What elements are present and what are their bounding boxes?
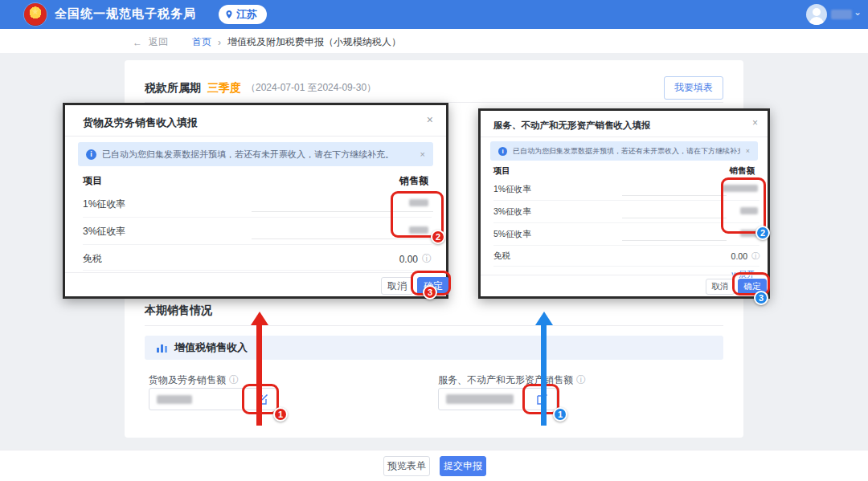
col-item: 项目 [493,165,510,177]
step-3-badge-red: 3 [423,285,437,300]
services-sales-field-label: 服务、不动产和无形资产销售额 ⓘ [438,373,586,387]
breadcrumb-current: 增值税及附加税费申报（小规模纳税人） [227,35,401,49]
tax-bureau-emblem-icon [24,3,47,26]
breadcrumb-separator: › [218,37,221,48]
alert-text: 已自动为您归集发票数据并预填，若还有未开票收入，请在下方继续补充。 [102,149,394,161]
footer-action-bar: 预览表单 提交申报 [0,450,868,481]
services-modal-title: 服务、不动产和无形资产销售收入填报 [493,120,651,132]
row-input-underline[interactable] [252,238,433,239]
services-free-value: 0.00 [731,251,747,261]
breadcrumb-bar: ← 返回 首页 › 增值税及附加税费申报（小规模纳税人） [0,29,868,53]
services-modal-alert: i 已自动为您归集发票数据并预填，若还有未开票收入，请在下方继续补充。 × [490,141,758,161]
goods-sales-field-label: 货物及劳务销售额 ⓘ [149,373,239,387]
location-selector[interactable]: 江苏 [219,5,267,24]
goods-modal-alert: i 已自动为您归集发票数据并预填，若还有未开票收入，请在下方继续补充。 × [78,142,433,166]
step-1-badge-red: 1 [273,407,288,422]
alert-close-icon[interactable]: × [746,147,750,155]
services-modal-close-icon[interactable]: × [752,117,758,128]
user-name-redacted [831,10,852,19]
tax-period-label: 税款所属期 [145,81,201,96]
current-sales-section-title: 本期销售情况 [145,304,212,318]
vat-income-banner-label: 增值税销售收入 [174,340,248,355]
tax-period-value: 三季度 [207,81,241,96]
services-row-3pct: 3%征收率 [493,201,760,223]
alert-text: 已自动为您归集发票数据并预填，若还有未开票收入，请在下方继续补充。 [513,146,740,157]
services-cancel-button[interactable]: 取消 [706,279,735,295]
goods-cancel-button[interactable]: 取消 [381,277,413,295]
preview-form-button[interactable]: 预览表单 [383,456,430,476]
goods-edit-button[interactable] [249,389,276,410]
services-info-icon[interactable]: ⓘ [576,373,586,387]
goods-modal-close-icon[interactable]: × [427,113,433,126]
vat-sales-income-banner: 增值税销售收入 [145,336,723,360]
goods-row-3pct: 3%征收率 [83,218,432,245]
services-modal: 服务、不动产和无形资产销售收入填报 × i 已自动为您归集发票数据并预填，若还有… [478,108,770,299]
back-arrow-icon[interactable]: ← [133,37,142,48]
step-3-badge-blue: 3 [754,291,768,305]
goods-1pct-redacted-value [409,199,428,206]
vat-income-icon [156,342,168,353]
services-sales-input[interactable] [438,388,557,410]
fill-form-button[interactable]: 我要填表 [664,76,723,100]
info-icon: i [498,147,507,156]
row-input-underline[interactable] [622,195,727,196]
services-3pct-redacted-value [740,207,758,214]
services-1pct-redacted-value [723,185,758,192]
goods-modal-title: 货物及劳务销售收入填报 [83,116,198,130]
step-2-badge-blue: 2 [755,226,770,240]
goods-free-value: 0.00 [399,254,418,265]
user-avatar[interactable] [806,4,827,25]
col-amount: 销售额 [730,165,755,177]
free-info-icon[interactable]: ⓘ [751,251,760,262]
goods-3pct-redacted-value [409,226,428,234]
goods-sales-redacted-value [157,395,192,404]
row-input-underline[interactable] [622,240,727,241]
goods-row-free: 免税 0.00 ⓘ [83,245,432,271]
submit-declaration-button[interactable]: 提交申报 [440,456,486,476]
col-item: 项目 [83,174,102,188]
goods-modal: 货物及劳务销售收入填报 × i 已自动为您归集发票数据并预填，若还有未开票收入，… [63,103,448,299]
free-info-icon[interactable]: ⓘ [422,252,432,266]
user-menu-chevron-down-icon[interactable]: ⌄ [854,6,862,18]
step-1-badge-blue: 1 [553,407,567,422]
services-row-5pct: 5%征收率 [493,223,760,246]
row-input-underline[interactable] [622,218,727,218]
app-title: 全国统一规范电子税务局 [55,6,196,22]
services-sales-redacted-value [446,394,514,404]
top-header-bar: 全国统一规范电子税务局 江苏 ⌄ [0,0,868,29]
screen: 全国统一规范电子税务局 江苏 ⌄ ← 返回 首页 › 增值税及附加税费申报（小规… [0,0,868,481]
tax-period-range: （2024-07-01 至2024-09-30） [246,81,376,95]
location-label: 江苏 [236,7,257,22]
goods-row-1pct: 1%征收率 [83,190,432,218]
goods-info-icon[interactable]: ⓘ [229,373,239,387]
services-row-1pct: 1%征收率 [493,178,760,201]
breadcrumb: ← 返回 首页 › 增值税及附加税费申报（小规模纳税人） [133,35,401,49]
step-2-badge-red: 2 [431,230,445,244]
services-row-free: 免税 0.00 ⓘ [493,246,760,267]
section-divider [145,325,723,326]
row-input-underline[interactable] [252,211,433,212]
breadcrumb-home-link[interactable]: 首页 [192,35,211,49]
location-pin-icon [225,10,233,18]
alert-close-icon[interactable]: × [420,149,425,159]
back-link[interactable]: 返回 [149,35,168,49]
info-icon: i [86,149,96,160]
col-amount: 销售额 [399,174,428,188]
